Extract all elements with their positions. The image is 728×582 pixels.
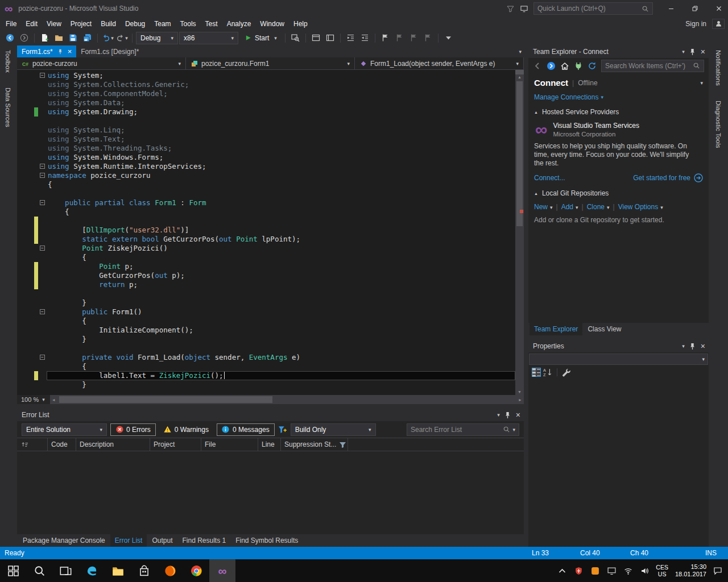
start-button[interactable] (0, 559, 26, 582)
close-icon[interactable]: × (516, 411, 520, 419)
code-text[interactable]: public Form1() (47, 307, 515, 317)
fold-margin[interactable] (38, 344, 47, 353)
column-header-code[interactable]: Code (48, 438, 76, 451)
code-line[interactable]: } (17, 335, 515, 344)
new-file-icon[interactable] (38, 31, 51, 44)
code-line[interactable]: } (17, 298, 515, 307)
code-line[interactable]: return p; (17, 280, 515, 289)
breakpoint-margin[interactable] (17, 344, 34, 353)
connect-icon[interactable] (574, 61, 583, 70)
fold-margin[interactable] (38, 153, 47, 162)
code-line[interactable]: using System.Windows.Forms; (17, 153, 515, 162)
breakpoint-margin[interactable] (17, 117, 34, 126)
breakpoint-margin[interactable] (17, 271, 34, 280)
code-line[interactable]: { (17, 317, 515, 326)
redo-icon[interactable]: ▾ (115, 31, 129, 44)
code-line[interactable]: −using System.Runtime.InteropServices; (17, 162, 515, 171)
code-text[interactable]: InitializeComponent(); (47, 326, 515, 335)
code-line[interactable] (17, 217, 515, 226)
clear-bookmarks-icon[interactable] (421, 31, 435, 44)
send-feedback-icon[interactable] (520, 5, 528, 13)
fold-margin[interactable] (38, 280, 47, 289)
fold-margin[interactable] (38, 335, 47, 344)
code-line[interactable]: −namespace pozice_curzoru (17, 171, 515, 180)
bookmark-icon[interactable] (379, 31, 392, 44)
funnel-icon[interactable] (339, 440, 346, 448)
fold-margin[interactable] (38, 189, 47, 198)
arrow-circle-icon[interactable] (694, 173, 703, 182)
code-text[interactable]: using System.Runtime.InteropServices; (47, 162, 515, 171)
code-text[interactable]: using System.ComponentModel; (47, 89, 515, 98)
fold-margin[interactable] (38, 117, 47, 126)
network-icon[interactable] (623, 566, 632, 575)
fold-margin[interactable] (38, 289, 47, 298)
code-text[interactable]: using System.Drawing; (47, 107, 515, 117)
code-text[interactable]: [DllImport("user32.dll")] (47, 226, 515, 235)
messages-filter-button[interactable]: 0 Messages (217, 423, 275, 436)
fold-margin[interactable]: − (38, 353, 47, 362)
menu-view[interactable]: View (42, 18, 66, 30)
property-pages-icon[interactable] (562, 368, 571, 377)
menu-build[interactable]: Build (96, 18, 121, 30)
menu-file[interactable]: File (1, 18, 21, 30)
solution-explorer-icon[interactable] (324, 31, 337, 44)
code-text[interactable]: } (47, 335, 515, 344)
fold-collapse-icon[interactable]: − (40, 309, 45, 314)
file-explorer-icon[interactable] (105, 559, 131, 582)
git-link-clone[interactable]: Clone▾ (587, 203, 610, 211)
code-line[interactable]: − public Form1() (17, 307, 515, 317)
editor-horizontal-scrollbar[interactable]: ◄ ► (50, 395, 524, 404)
column-header-sort[interactable] (17, 438, 48, 451)
window-position-icon[interactable]: ▾ (682, 49, 685, 55)
open-file-icon[interactable] (52, 31, 65, 44)
code-text[interactable]: using System.Windows.Forms; (47, 153, 515, 162)
breakpoint-margin[interactable] (17, 207, 34, 217)
breakpoint-margin[interactable] (17, 126, 34, 135)
breakpoint-margin[interactable] (17, 262, 34, 271)
minimize-button[interactable] (662, 0, 680, 17)
column-header-project[interactable]: Project (150, 438, 201, 451)
menu-analyze[interactable]: Analyze (222, 18, 256, 30)
visual-studio-icon[interactable]: ∞ (209, 559, 235, 582)
fold-collapse-icon[interactable]: − (40, 246, 45, 251)
git-link-new[interactable]: New▾ (534, 203, 553, 211)
code-text[interactable]: using System.Linq; (47, 126, 515, 135)
sign-in-link[interactable]: Sign in (685, 20, 706, 28)
tab-find-symbol-results[interactable]: Find Symbol Results (231, 534, 303, 547)
breakpoint-margin[interactable] (17, 162, 34, 171)
fold-margin[interactable] (38, 144, 47, 153)
breakpoint-margin[interactable] (17, 98, 34, 107)
code-line[interactable]: static extern bool GetCurzorPos(out Poin… (17, 235, 515, 244)
code-text[interactable]: static extern bool GetCurzorPos(out Poin… (47, 235, 515, 244)
breakpoint-margin[interactable] (17, 280, 34, 289)
breakpoint-margin[interactable] (17, 226, 34, 235)
side-tab-toolbox[interactable]: Toolbox (5, 50, 11, 73)
breakpoint-margin[interactable] (17, 171, 34, 180)
breakpoint-margin[interactable] (17, 217, 34, 226)
fold-collapse-icon[interactable]: − (40, 355, 45, 360)
code-text[interactable]: } (47, 380, 515, 389)
fold-margin[interactable] (38, 362, 47, 371)
code-text[interactable]: { (47, 317, 515, 326)
tab-class-view[interactable]: Class View (583, 323, 626, 335)
display-icon[interactable] (607, 566, 616, 575)
menu-debug[interactable]: Debug (121, 18, 150, 30)
fold-margin[interactable] (38, 262, 47, 271)
breakpoint-margin[interactable] (17, 107, 34, 117)
back-icon[interactable] (533, 61, 542, 70)
code-text[interactable]: { (47, 180, 515, 189)
code-text[interactable]: label1.Text = ZiskejPozici(); (47, 371, 515, 380)
window-position-icon[interactable]: ▾ (682, 343, 685, 349)
fold-margin[interactable] (38, 371, 47, 380)
menu-window[interactable]: Window (255, 18, 289, 30)
tray-app-icon[interactable] (590, 566, 599, 575)
code-line[interactable]: using System.Text; (17, 135, 515, 144)
toolbar-options-icon[interactable] (442, 31, 455, 44)
menu-tools[interactable]: Tools (176, 18, 201, 30)
menu-team[interactable]: Team (150, 18, 175, 30)
code-text[interactable]: Point p; (47, 262, 515, 271)
breakpoint-margin[interactable] (17, 371, 34, 380)
close-icon[interactable]: × (701, 342, 705, 350)
indent-icon[interactable] (344, 31, 357, 44)
tab-package-manager-console[interactable]: Package Manager Console (18, 534, 110, 547)
